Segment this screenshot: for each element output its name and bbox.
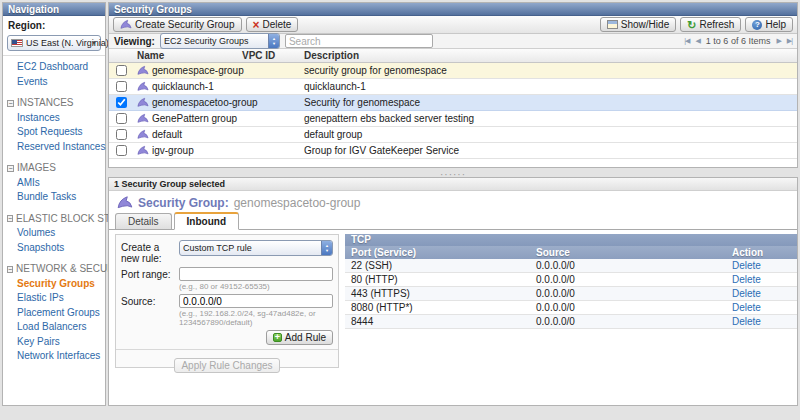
row-checkbox[interactable] (116, 145, 127, 156)
sidebar-header: Navigation (3, 3, 105, 16)
sidebar-item-bundle-tasks[interactable]: Bundle Tasks (3, 190, 105, 205)
sidebar-item-events[interactable]: Events (3, 75, 105, 90)
group-description: genepattern ebs backed server testing (300, 113, 797, 124)
delete-rule-link[interactable]: Delete (732, 316, 761, 327)
search-input[interactable] (285, 34, 433, 48)
group-name: genomespace-group (152, 65, 244, 76)
detail-title-value: genomespacetoo-group (234, 196, 361, 210)
sidebar-item-ec2-dashboard[interactable]: EC2 Dashboard (3, 60, 105, 75)
add-rule-form: Create a new rule: Custom TCP rule Port … (115, 234, 339, 368)
collapse-icon[interactable] (7, 100, 14, 107)
sidebar-section-elastic-block-store[interactable]: ELASTIC BLOCK STORE (3, 212, 105, 227)
security-group-icon (117, 195, 133, 210)
help-label: Help (765, 19, 786, 30)
source-label: Source: (121, 294, 179, 327)
sidebar-item-elastic-ips[interactable]: Elastic IPs (3, 291, 105, 306)
sidebar-item-instances[interactable]: Instances (3, 111, 105, 126)
toolbar: Create Security Group × Delete Show/Hide… (109, 16, 797, 34)
rule-port: 8080 (HTTP*) (345, 302, 530, 313)
port-range-label: Port range: (121, 267, 179, 291)
sidebar-item-key-pairs[interactable]: Key Pairs (3, 335, 105, 350)
help-button[interactable]: ? Help (745, 17, 793, 32)
sidebar-item-load-balancers[interactable]: Load Balancers (3, 320, 105, 335)
sidebar-item-network-interfaces[interactable]: Network Interfaces (3, 349, 105, 364)
last-page-icon[interactable]: ▶| (787, 37, 792, 45)
group-name: igv-group (152, 145, 194, 156)
table-row[interactable]: default default group (109, 127, 797, 143)
table-row[interactable]: igv-group Group for IGV GateKeeper Servi… (109, 143, 797, 159)
security-group-icon (120, 19, 132, 30)
row-checkbox[interactable] (116, 97, 127, 108)
prev-page-icon[interactable]: ◀ (695, 37, 699, 45)
collapse-icon[interactable] (7, 215, 13, 222)
rule-source: 0.0.0.0/0 (530, 288, 726, 299)
sidebar-section-instances[interactable]: INSTANCES (3, 96, 105, 111)
sidebar-item-spot-requests[interactable]: Spot Requests (3, 125, 105, 140)
group-name: default (152, 129, 182, 140)
select-stepper-icon (321, 241, 332, 255)
rule-type-label: Create a new rule: (121, 240, 179, 264)
table-row[interactable]: genomespace-group security group for gen… (109, 63, 797, 79)
security-group-icon (137, 145, 149, 156)
tab-details[interactable]: Details (115, 213, 172, 229)
sidebar-item-placement-groups[interactable]: Placement Groups (3, 306, 105, 321)
table-row[interactable]: quicklaunch-1 quicklaunch-1 (109, 79, 797, 95)
sidebar-item-volumes[interactable]: Volumes (3, 226, 105, 241)
add-rule-button[interactable]: + Add Rule (266, 330, 333, 345)
row-checkbox[interactable] (116, 81, 127, 92)
sidebar-item-reserved-instances[interactable]: Reserved Instances (3, 140, 105, 155)
row-checkbox[interactable] (116, 129, 127, 140)
row-checkbox[interactable] (116, 113, 127, 124)
delete-label: Delete (263, 19, 292, 30)
rule-source: 0.0.0.0/0 (530, 260, 726, 271)
table-row-selected[interactable]: genomespacetoo-group Security for genome… (109, 95, 797, 111)
viewing-select[interactable]: EC2 Security Groups (160, 33, 280, 49)
create-security-group-button[interactable]: Create Security Group (113, 17, 242, 32)
group-description: Group for IGV GateKeeper Service (300, 145, 797, 156)
sidebar-section-images[interactable]: IMAGES (3, 161, 105, 176)
vpc-id-column-header: VPC ID (238, 50, 300, 61)
sidebar-item-snapshots[interactable]: Snapshots (3, 241, 105, 256)
region-selector[interactable]: US East (N. Virginia) (7, 35, 101, 51)
refresh-icon: ↻ (687, 20, 696, 30)
inbound-tab-content: Create a new rule: Custom TCP rule Port … (109, 230, 797, 406)
port-range-input[interactable] (179, 267, 333, 281)
table-row[interactable]: GenePattern group genepattern ebs backed… (109, 111, 797, 127)
rule-source: 0.0.0.0/0 (530, 302, 726, 313)
source-input[interactable] (179, 294, 333, 308)
group-description: security group for genomespace (300, 65, 797, 76)
pagination-text: 1 to 6 of 6 Items (706, 36, 771, 46)
group-description: Security for genomespace (300, 97, 797, 108)
pagination: |◀ ◀ 1 to 6 of 6 Items ▶ ▶| (684, 36, 792, 46)
refresh-button[interactable]: ↻ Refresh (680, 17, 741, 32)
sidebar-item-amis[interactable]: AMIs (3, 176, 105, 191)
port-column-header: Port (Service) (345, 247, 530, 258)
apply-rule-changes-button[interactable]: Apply Rule Changes (174, 358, 279, 373)
rule-row: 8080 (HTTP*) 0.0.0.0/0 Delete (345, 301, 797, 315)
delete-x-icon: × (253, 20, 260, 30)
first-page-icon[interactable]: |◀ (684, 37, 689, 45)
sidebar-item-security-groups[interactable]: Security Groups (3, 277, 105, 292)
detail-title-label: Security Group: (138, 196, 229, 210)
sidebar-section-network-security[interactable]: NETWORK & SECURITY (3, 262, 105, 277)
rule-row: 443 (HTTPS) 0.0.0.0/0 Delete (345, 287, 797, 301)
delete-button[interactable]: × Delete (246, 17, 299, 32)
collapse-icon[interactable] (7, 165, 14, 172)
panel-resize-handle[interactable] (108, 169, 798, 176)
viewing-value: EC2 Security Groups (164, 36, 249, 46)
rule-type-select[interactable]: Custom TCP rule (179, 240, 333, 256)
collapse-icon[interactable] (7, 266, 13, 273)
filter-bar: Viewing: EC2 Security Groups |◀ ◀ 1 to 6… (109, 34, 797, 49)
rules-header: Port (Service) Source Action (345, 246, 797, 259)
delete-rule-link[interactable]: Delete (732, 288, 761, 299)
tab-inbound[interactable]: Inbound (174, 212, 239, 230)
delete-rule-link[interactable]: Delete (732, 274, 761, 285)
divider (3, 55, 105, 56)
next-page-icon[interactable]: ▶ (776, 37, 780, 45)
show-hide-button[interactable]: Show/Hide (600, 17, 676, 32)
delete-rule-link[interactable]: Delete (732, 302, 761, 313)
delete-rule-link[interactable]: Delete (732, 260, 761, 271)
rule-port: 22 (SSH) (345, 260, 530, 271)
sidebar-nav: EC2 Dashboard Events INSTANCES Instances… (3, 60, 105, 364)
row-checkbox[interactable] (116, 65, 127, 76)
